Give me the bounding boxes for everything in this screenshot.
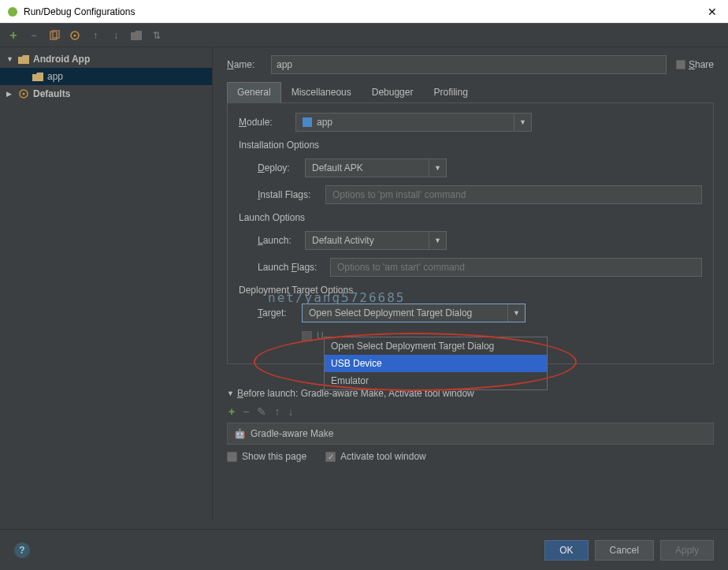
use-same-label: U [317,330,324,341]
activate-window-label: Activate tool window [340,451,426,462]
install-flags-input[interactable] [325,185,702,204]
svg-point-0 [8,7,17,17]
up-arrow-icon[interactable]: ↑ [88,28,102,43]
edit-task-icon[interactable]: ✎ [257,405,266,418]
config-toolbar: + − ↑ ↓ ⇅ [0,24,728,47]
tab-bar: General Miscellaneous Debugger Profiling [227,82,714,103]
expand-icon: ▶ [6,90,17,98]
before-launch-list[interactable]: 🤖 Gradle-aware Make [227,423,714,445]
module-label: Module: [239,117,295,128]
checkbox-disabled-icon [302,331,312,341]
chevron-down-icon: ▼ [514,114,531,131]
name-label: Name: [227,59,271,70]
launch-label: Launch: [258,235,305,246]
svg-point-6 [23,93,25,95]
remove-config-icon[interactable]: − [27,28,41,43]
settings-icon[interactable] [68,28,82,43]
launch-row: Launch: Default Activity ▼ [258,231,702,250]
down-arrow-icon[interactable]: ↓ [109,28,123,43]
main-area: ▼ Android App app ▶ Defaults Name: Share… [0,47,728,520]
module-icon [303,117,312,127]
tree-node-android-app[interactable]: ▼ Android App [0,50,212,68]
android-app-icon [17,53,30,65]
before-launch-section: ▼ Before launch: Gradle-aware Make, Acti… [227,388,714,462]
target-row: Target: Open Select Deployment Target Di… [258,304,702,322]
tree-node-app[interactable]: app [0,68,212,85]
launch-flags-row: Launch Flags: [258,258,702,277]
tree-node-defaults[interactable]: ▶ Defaults [0,85,212,102]
tab-general[interactable]: General [227,82,281,103]
remove-task-icon[interactable]: − [243,405,249,418]
add-task-icon[interactable]: + [228,405,235,418]
move-down-icon[interactable]: ↓ [288,405,293,418]
share-checkbox[interactable]: Share [676,59,714,70]
chevron-down-icon: ▼ [429,232,446,249]
task-item-label: Gradle-aware Make [251,428,333,439]
move-up-icon[interactable]: ↑ [274,405,280,418]
tab-profiling[interactable]: Profiling [423,82,477,102]
copy-config-icon[interactable] [47,28,61,43]
close-icon[interactable]: ✕ [703,6,722,18]
dialog-footer: ? OK Cancel Apply [0,529,728,570]
tab-debugger[interactable]: Debugger [362,82,424,102]
target-option-dialog[interactable]: Open Select Deployment Target Dialog [325,337,547,355]
target-option-emulator[interactable]: Emulator [325,372,547,389]
chevron-down-icon: ▼ [429,159,446,177]
tab-miscellaneous[interactable]: Miscellaneous [281,82,362,102]
ok-button[interactable]: OK [544,540,588,561]
right-panel: Name: Share General Miscellaneous Debugg… [213,47,728,520]
target-dropdown-popup: Open Select Deployment Target Dialog USB… [324,337,548,390]
module-row: Module: app ▼ [239,113,702,132]
launch-options-label: Launch Options [239,212,702,223]
apply-button[interactable]: Apply [660,540,714,561]
activate-window-checkbox[interactable]: Activate tool window [325,451,426,462]
config-tree: ▼ Android App app ▶ Defaults [0,47,213,520]
before-launch-checks: Show this page Activate tool window [227,451,714,462]
target-select[interactable]: Open Select Deployment Target Dialog ▼ [302,304,526,322]
name-row: Name: Share [227,55,714,74]
sort-icon[interactable]: ⇅ [150,28,164,43]
name-input[interactable] [271,55,667,74]
config-body: Module: app ▼ Installation Options Deplo… [227,103,714,364]
cancel-button[interactable]: Cancel [595,540,654,561]
installation-options-label: Installation Options [239,140,702,151]
svg-point-4 [74,34,76,36]
launch-flags-input[interactable] [330,258,702,277]
deployment-target-label: Deployment Target Options [239,285,702,296]
window-title: Run/Debug Configurations [24,6,703,17]
checkbox-icon [227,452,237,462]
folder-icon[interactable] [129,28,143,43]
deploy-row: Deploy: Default APK ▼ [258,158,702,177]
app-icon [6,6,19,18]
titlebar: Run/Debug Configurations ✕ [0,0,728,24]
app-node-icon [32,70,44,83]
install-flags-row: Install Flags: [258,185,702,204]
add-config-icon[interactable]: + [6,28,20,43]
tree-label: Android App [33,54,90,65]
show-page-label: Show this page [242,451,306,462]
module-select[interactable]: app ▼ [295,113,532,132]
target-option-usb[interactable]: USB Device [325,355,547,372]
help-icon[interactable]: ? [14,542,30,558]
launch-flags-label: Launch Flags: [258,262,330,273]
target-label: Target: [258,307,302,319]
tree-label: Defaults [33,88,70,99]
chevron-down-icon: ▼ [507,304,525,322]
launch-select[interactable]: Default Activity ▼ [305,231,447,250]
install-flags-label: Install Flags: [258,189,325,200]
deploy-select[interactable]: Default APK ▼ [305,158,447,177]
before-launch-toolbar: + − ✎ ↑ ↓ [227,404,714,423]
expand-icon: ▼ [6,55,17,63]
collapse-icon: ▼ [227,389,234,397]
deploy-label: Deploy: [258,162,305,173]
defaults-icon [17,88,30,100]
show-page-checkbox[interactable]: Show this page [227,451,306,462]
checkbox-icon [676,60,685,69]
checkbox-checked-icon [325,452,336,462]
tree-label: app [47,71,63,82]
gradle-icon: 🤖 [234,428,246,439]
